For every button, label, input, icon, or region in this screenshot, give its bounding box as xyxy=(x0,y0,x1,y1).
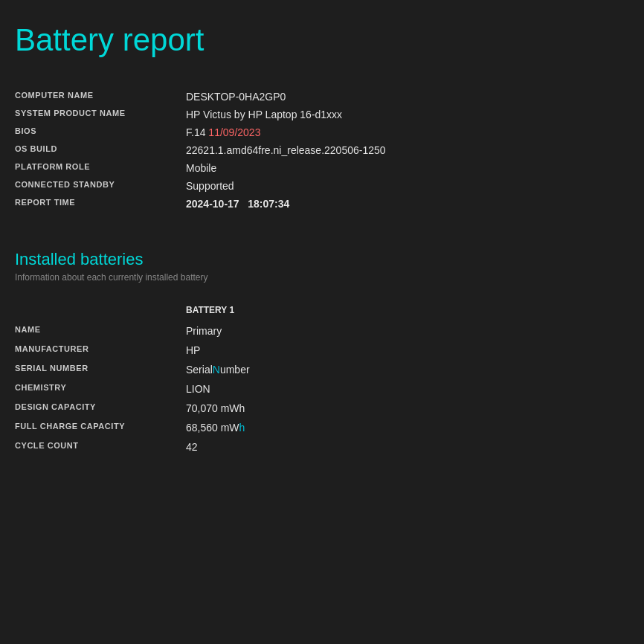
field-value-computer-name: DESKTOP-0HA2GP0 xyxy=(186,88,535,106)
field-label-manufacturer: MANUFACTURER xyxy=(15,341,186,360)
batteries-section: Installed batteries Information about ea… xyxy=(15,250,629,457)
table-row: OS BUILD 22621.1.amd64fre.ni_release.220… xyxy=(15,141,535,159)
field-label-os-build: OS BUILD xyxy=(15,141,186,159)
field-value-chemistry: LION xyxy=(186,379,535,399)
field-label-full-charge: FULL CHARGE CAPACITY xyxy=(15,418,186,437)
table-row: COMPUTER NAME DESKTOP-0HA2GP0 xyxy=(15,88,535,106)
table-row: DESIGN CAPACITY 70,070 mWh xyxy=(15,399,535,418)
field-value-full-charge: 68,560 mWh xyxy=(186,418,535,437)
field-value-serial-number: SerialNumber xyxy=(186,360,535,379)
field-value-cycle-count: 42 xyxy=(186,437,535,457)
page-title: Battery report xyxy=(15,22,629,58)
table-row: CONNECTED STANDBY Supported xyxy=(15,177,535,195)
field-label-platform-role: PLATFORM ROLE xyxy=(15,159,186,177)
field-value-report-time: 2024-10-17 18:07:34 xyxy=(186,195,535,213)
field-value-design-capacity: 70,070 mWh xyxy=(186,399,535,418)
field-label-serial-number: SERIAL NUMBER xyxy=(15,360,186,379)
battery-table: BATTERY 1 NAME Primary MANUFACTURER HP S… xyxy=(15,301,535,457)
table-row: PLATFORM ROLE Mobile xyxy=(15,159,535,177)
table-row: NAME Primary xyxy=(15,321,535,341)
field-label-cycle-count: CYCLE COUNT xyxy=(15,437,186,457)
field-value-bios: F.14 11/09/2023 xyxy=(186,123,535,141)
table-row-header: BATTERY 1 xyxy=(15,301,535,321)
table-row: FULL CHARGE CAPACITY 68,560 mWh xyxy=(15,418,535,437)
field-label-product-name: SYSTEM PRODUCT NAME xyxy=(15,106,186,123)
field-value-product-name: HP Victus by HP Laptop 16-d1xxx xyxy=(186,106,535,123)
bios-date: 11/09/2023 xyxy=(208,126,260,138)
mwh-highlight: h xyxy=(239,422,245,434)
table-row: REPORT TIME 2024-10-17 18:07:34 xyxy=(15,195,535,213)
field-label-connected-standby: CONNECTED STANDBY xyxy=(15,177,186,195)
field-label-name: NAME xyxy=(15,321,186,341)
field-label-chemistry: CHEMISTRY xyxy=(15,379,186,399)
table-row: CYCLE COUNT 42 xyxy=(15,437,535,457)
field-value-name: Primary xyxy=(186,321,535,341)
field-label-design-capacity: DESIGN CAPACITY xyxy=(15,399,186,418)
table-row: CHEMISTRY LION xyxy=(15,379,535,399)
field-label-report-time: REPORT TIME xyxy=(15,195,186,213)
field-value-connected-standby: Supported xyxy=(186,177,535,195)
field-label-computer-name: COMPUTER NAME xyxy=(15,88,186,106)
system-info-table: COMPUTER NAME DESKTOP-0HA2GP0 SYSTEM PRO… xyxy=(15,88,535,213)
field-value-os-build: 22621.1.amd64fre.ni_release.220506-1250 xyxy=(186,141,535,159)
table-row: BIOS F.14 11/09/2023 xyxy=(15,123,535,141)
batteries-subtitle: Information about each currently install… xyxy=(15,272,629,283)
field-value-manufacturer: HP xyxy=(186,341,535,360)
table-row: SYSTEM PRODUCT NAME HP Victus by HP Lapt… xyxy=(15,106,535,123)
table-row: SERIAL NUMBER SerialNumber xyxy=(15,360,535,379)
battery-header-empty xyxy=(15,301,186,321)
batteries-title: Installed batteries xyxy=(15,250,629,269)
serial-highlight: N xyxy=(213,364,220,376)
battery-column-header: BATTERY 1 xyxy=(186,301,535,321)
field-value-platform-role: Mobile xyxy=(186,159,535,177)
field-label-bios: BIOS xyxy=(15,123,186,141)
table-row: MANUFACTURER HP xyxy=(15,341,535,360)
system-info-section: COMPUTER NAME DESKTOP-0HA2GP0 SYSTEM PRO… xyxy=(15,88,629,213)
